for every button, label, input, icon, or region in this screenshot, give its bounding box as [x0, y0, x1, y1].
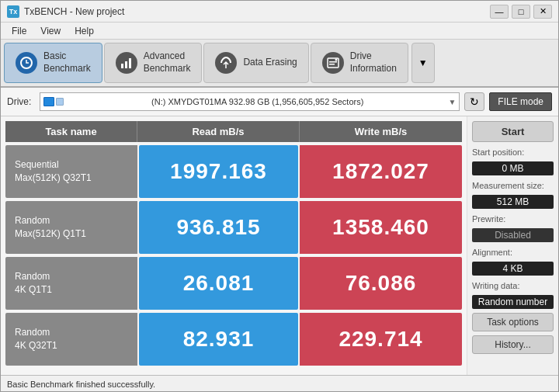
svg-rect-3	[129, 58, 131, 68]
menubar: File View Help	[1, 23, 558, 40]
table-row: Random 4K Q1T1 26.081 76.086	[5, 257, 462, 310]
app-icon: Tx	[7, 5, 19, 18]
toolbar-dropdown-button[interactable]: ▼	[411, 43, 435, 83]
svg-rect-2	[125, 61, 127, 68]
basic-benchmark-label: Basic Benchmark	[43, 50, 91, 75]
write-value-3: 229.714	[300, 313, 462, 366]
write-value-0: 1872.027	[300, 145, 462, 198]
drive-select-text: (N:) XMYDGT01MA 932.98 GB (1,956,605,952…	[151, 97, 363, 106]
task-name-0: Sequential Max(512K) Q32T1	[5, 145, 137, 198]
statusbar: Basic Benchmark finished successfully.	[1, 375, 558, 392]
read-value-0: 1997.163	[139, 145, 298, 198]
start-position-value: 0 MB	[472, 161, 554, 175]
menu-file[interactable]: File	[5, 24, 33, 38]
measurement-size-value: 512 MB	[472, 195, 554, 209]
drive-dropdown-arrow: ▼	[448, 98, 456, 106]
start-position-label: Start position:	[472, 147, 554, 157]
main-area: Task name Read mB/s Write mB/s Sequentia…	[1, 116, 558, 375]
svg-rect-6	[329, 64, 335, 65]
table-row: Random Max(512K) Q1T1 936.815 1358.460	[5, 201, 462, 254]
drive-label: Drive:	[7, 96, 35, 107]
read-value-3: 82.931	[139, 313, 298, 366]
status-text: Basic Benchmark finished successfully.	[7, 380, 155, 389]
read-value-1: 936.815	[139, 201, 298, 254]
task-name-3: Random 4K Q32T1	[5, 313, 137, 366]
history-button[interactable]: History...	[472, 335, 554, 354]
benchmark-table: Task name Read mB/s Write mB/s Sequentia…	[1, 116, 467, 375]
start-button[interactable]: Start	[472, 121, 554, 142]
file-mode-button[interactable]: FILE mode	[489, 92, 552, 111]
table-row: Random 4K Q32T1 82.931 229.714	[5, 313, 462, 366]
drive-information-label: Drive Information	[350, 50, 397, 75]
drive-info-icon	[322, 52, 344, 74]
prewrite-label: Prewrite:	[472, 214, 554, 224]
measurement-size-label: Measurement size:	[472, 181, 554, 190]
alignment-label: Alignment:	[472, 248, 554, 257]
table-header: Task name Read mB/s Write mB/s	[5, 121, 462, 142]
menu-view[interactable]: View	[34, 24, 67, 38]
write-value-1: 1358.460	[300, 201, 462, 254]
header-task: Task name	[5, 121, 137, 142]
toolbar: Basic Benchmark Advanced Benchmark Data …	[1, 40, 558, 88]
header-write: Write mB/s	[300, 121, 462, 142]
toolbar-data-erasing[interactable]: Data Erasing	[203, 43, 308, 83]
write-value-2: 76.086	[300, 257, 462, 310]
header-read: Read mB/s	[137, 121, 300, 142]
prewrite-value: Disabled	[472, 228, 554, 242]
read-value-2: 26.081	[139, 257, 298, 310]
drive-disk-icon	[43, 97, 64, 106]
toolbar-drive-information[interactable]: Drive Information	[311, 43, 408, 83]
data-erasing-label: Data Erasing	[243, 57, 297, 69]
close-button[interactable]: ✕	[533, 5, 552, 19]
svg-rect-5	[329, 61, 337, 63]
drive-row: Drive: (N:) XMYDGT01MA 932.98 GB (1,956,…	[1, 88, 558, 116]
right-panel: Start Start position: 0 MB Measurement s…	[467, 116, 558, 375]
table-row: Sequential Max(512K) Q32T1 1997.163 1872…	[5, 145, 462, 198]
task-options-button[interactable]: Task options	[472, 313, 554, 331]
writing-data-label: Writing data:	[472, 281, 554, 290]
titlebar: Tx TxBENCH - New project — □ ✕	[1, 1, 558, 23]
svg-rect-1	[121, 64, 123, 68]
titlebar-controls: — □ ✕	[490, 5, 552, 19]
toolbar-basic-benchmark[interactable]: Basic Benchmark	[4, 43, 102, 83]
writing-data-value: Random number	[472, 295, 554, 309]
basic-benchmark-icon	[16, 52, 37, 74]
titlebar-left: Tx TxBENCH - New project	[7, 5, 124, 18]
task-name-1: Random Max(512K) Q1T1	[5, 201, 137, 254]
task-name-2: Random 4K Q1T1	[5, 257, 137, 310]
maximize-button[interactable]: □	[512, 5, 530, 19]
drive-select[interactable]: (N:) XMYDGT01MA 932.98 GB (1,956,605,952…	[40, 92, 460, 111]
svg-point-7	[335, 59, 337, 61]
toolbar-advanced-benchmark[interactable]: Advanced Benchmark	[104, 43, 203, 83]
drive-refresh-button[interactable]: ↻	[464, 92, 484, 111]
data-erasing-icon	[215, 52, 237, 74]
menu-help[interactable]: Help	[68, 24, 100, 38]
alignment-value: 4 KB	[472, 262, 554, 276]
advanced-benchmark-label: Advanced Benchmark	[144, 50, 191, 75]
minimize-button[interactable]: —	[490, 5, 509, 19]
window-title: TxBENCH - New project	[24, 6, 124, 17]
advanced-benchmark-icon	[116, 52, 137, 74]
